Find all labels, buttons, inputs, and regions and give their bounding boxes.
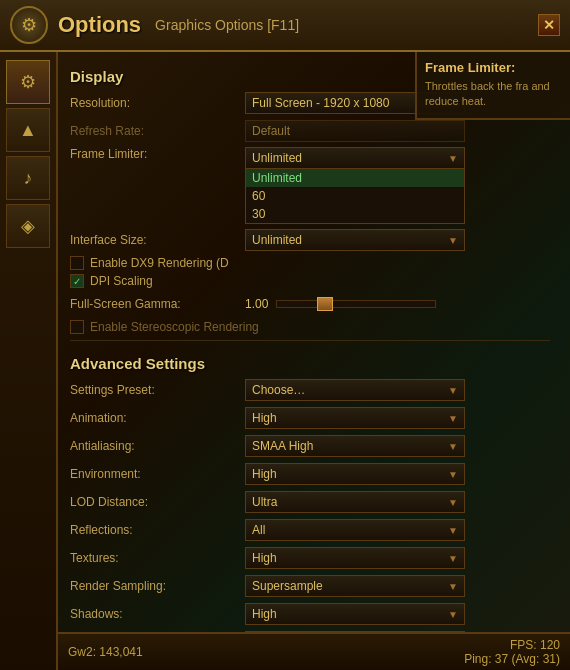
- titlebar: ⚙ Options Graphics Options [F11] ✕: [0, 0, 570, 52]
- status-right: FPS: 120 Ping: 37 (Avg: 31): [464, 638, 560, 666]
- dpi-checkmark-icon: ✓: [73, 276, 81, 287]
- stereo-checkbox[interactable]: [70, 320, 84, 334]
- lod-dropdown[interactable]: Ultra ▼: [245, 491, 465, 513]
- gamma-slider[interactable]: [276, 300, 436, 308]
- statusbar: Gw2: 143,041 FPS: 120 Ping: 37 (Avg: 31): [58, 632, 570, 670]
- environment-arrow-icon: ▼: [448, 469, 458, 480]
- animation-dropdown[interactable]: High ▼: [245, 407, 465, 429]
- reflections-dropdown[interactable]: All ▼: [245, 519, 465, 541]
- render-sampling-row: Render Sampling: Supersample ▼: [70, 574, 550, 598]
- shadows-value: High: [252, 607, 444, 621]
- frame-limiter-dropdown[interactable]: Unlimited ▼: [245, 147, 465, 169]
- frame-limiter-row: Frame Limiter: Unlimited ▼ Unlimited 60 …: [70, 147, 550, 224]
- options-content[interactable]: Display Resolution: Full Screen - 1920 x…: [58, 52, 570, 632]
- textures-arrow-icon: ▼: [448, 553, 458, 564]
- refresh-rate-label: Refresh Rate:: [70, 124, 245, 138]
- animation-label: Animation:: [70, 411, 245, 425]
- render-sampling-arrow-icon: ▼: [448, 581, 458, 592]
- settings-preset-arrow-icon: ▼: [448, 385, 458, 396]
- shadows-label: Shadows:: [70, 607, 245, 621]
- frame-limiter-value: Unlimited: [252, 151, 444, 165]
- window-icon: ⚙: [10, 6, 48, 44]
- gamma-label: Full-Screen Gamma:: [70, 297, 245, 311]
- settings-preset-label: Settings Preset:: [70, 383, 245, 397]
- textures-dropdown[interactable]: High ▼: [245, 547, 465, 569]
- interface-size-dropdown[interactable]: Unlimited ▼: [245, 229, 465, 251]
- render-sampling-value: Supersample: [252, 579, 444, 593]
- antialiasing-row: Antialiasing: SMAA High ▼: [70, 434, 550, 458]
- settings-preset-dropdown[interactable]: Choose… ▼: [245, 379, 465, 401]
- dpi-checkbox[interactable]: ✓: [70, 274, 84, 288]
- tooltip-text: Throttles back the fra and reduce heat.: [425, 79, 562, 110]
- stereo-label: Enable Stereoscopic Rendering: [90, 320, 259, 334]
- options-window: ⚙ Options Graphics Options [F11] ✕ ⚙ ▲ ♪…: [0, 0, 570, 670]
- animation-arrow-icon: ▼: [448, 413, 458, 424]
- refresh-rate-row: Refresh Rate: Default: [70, 119, 550, 143]
- window-subtitle: Graphics Options [F11]: [155, 17, 299, 33]
- tooltip-title: Frame Limiter:: [425, 60, 562, 75]
- frame-limiter-options: Unlimited 60 30: [245, 169, 465, 224]
- shaders-dropdown[interactable]: High ▼: [245, 631, 465, 632]
- settings-preset-row: Settings Preset: Choose… ▼: [70, 378, 550, 402]
- interface-size-value: Unlimited: [252, 233, 444, 247]
- dx9-checkbox[interactable]: [70, 256, 84, 270]
- gamma-value: 1.00: [245, 297, 268, 311]
- reflections-arrow-icon: ▼: [448, 525, 458, 536]
- settings-preset-value: Choose…: [252, 383, 444, 397]
- textures-row: Textures: High ▼: [70, 546, 550, 570]
- environment-label: Environment:: [70, 467, 245, 481]
- dpi-row: ✓ DPI Scaling: [70, 274, 550, 288]
- shadows-arrow-icon: ▼: [448, 609, 458, 620]
- shadows-dropdown[interactable]: High ▼: [245, 603, 465, 625]
- advanced-settings-section: Advanced Settings Settings Preset: Choos…: [70, 340, 550, 632]
- dx9-label: Enable DX9 Rendering (D: [90, 256, 229, 270]
- window-title: Options: [58, 12, 141, 38]
- sidebar-tab-controls[interactable]: ◈: [6, 204, 50, 248]
- fps-display: FPS: 120: [510, 638, 560, 652]
- dpi-label: DPI Scaling: [90, 274, 153, 288]
- stereo-row: Enable Stereoscopic Rendering: [70, 320, 550, 334]
- dx9-row: Enable DX9 Rendering (D: [70, 256, 550, 270]
- antialiasing-dropdown[interactable]: SMAA High ▼: [245, 435, 465, 457]
- main-area: ⚙ ▲ ♪ ◈ Frame Limiter: Throttles back th…: [0, 52, 570, 670]
- environment-dropdown[interactable]: High ▼: [245, 463, 465, 485]
- antialiasing-arrow-icon: ▼: [448, 441, 458, 452]
- frame-limiter-dropdown-container: Unlimited ▼ Unlimited 60 30: [245, 147, 465, 224]
- frame-limiter-option-30[interactable]: 30: [246, 205, 464, 223]
- frame-limiter-option-60[interactable]: 60: [246, 187, 464, 205]
- refresh-rate-value: Default: [252, 124, 458, 138]
- interface-size-label: Interface Size:: [70, 233, 245, 247]
- textures-label: Textures:: [70, 551, 245, 565]
- gamma-slider-thumb: [317, 297, 333, 311]
- lod-label: LOD Distance:: [70, 495, 245, 509]
- interface-size-arrow-icon: ▼: [448, 235, 458, 246]
- sidebar-tab-graphics[interactable]: ▲: [6, 108, 50, 152]
- render-sampling-label: Render Sampling:: [70, 579, 245, 593]
- animation-row: Animation: High ▼: [70, 406, 550, 430]
- status-gw2: Gw2: 143,041: [68, 645, 143, 659]
- animation-value: High: [252, 411, 444, 425]
- reflections-label: Reflections:: [70, 523, 245, 537]
- content-panel: Frame Limiter: Throttles back the fra an…: [58, 52, 570, 670]
- refresh-rate-dropdown[interactable]: Default: [245, 120, 465, 142]
- frame-limiter-option-unlimited[interactable]: Unlimited: [246, 169, 464, 187]
- close-button[interactable]: ✕: [538, 14, 560, 36]
- frame-limiter-label: Frame Limiter:: [70, 147, 245, 161]
- resolution-label: Resolution:: [70, 96, 245, 110]
- environment-row: Environment: High ▼: [70, 462, 550, 486]
- lod-row: LOD Distance: Ultra ▼: [70, 490, 550, 514]
- advanced-section-header: Advanced Settings: [70, 355, 550, 372]
- sidebar: ⚙ ▲ ♪ ◈: [0, 52, 58, 670]
- reflections-value: All: [252, 523, 444, 537]
- sidebar-tab-audio[interactable]: ♪: [6, 156, 50, 200]
- textures-value: High: [252, 551, 444, 565]
- tooltip-panel: Frame Limiter: Throttles back the fra an…: [415, 52, 570, 120]
- ping-display: Ping: 37 (Avg: 31): [464, 652, 560, 666]
- lod-arrow-icon: ▼: [448, 497, 458, 508]
- sidebar-tab-settings[interactable]: ⚙: [6, 60, 50, 104]
- gamma-row: Full-Screen Gamma: 1.00: [70, 292, 550, 316]
- render-sampling-dropdown[interactable]: Supersample ▼: [245, 575, 465, 597]
- antialiasing-value: SMAA High: [252, 439, 444, 453]
- reflections-row: Reflections: All ▼: [70, 518, 550, 542]
- lod-value: Ultra: [252, 495, 444, 509]
